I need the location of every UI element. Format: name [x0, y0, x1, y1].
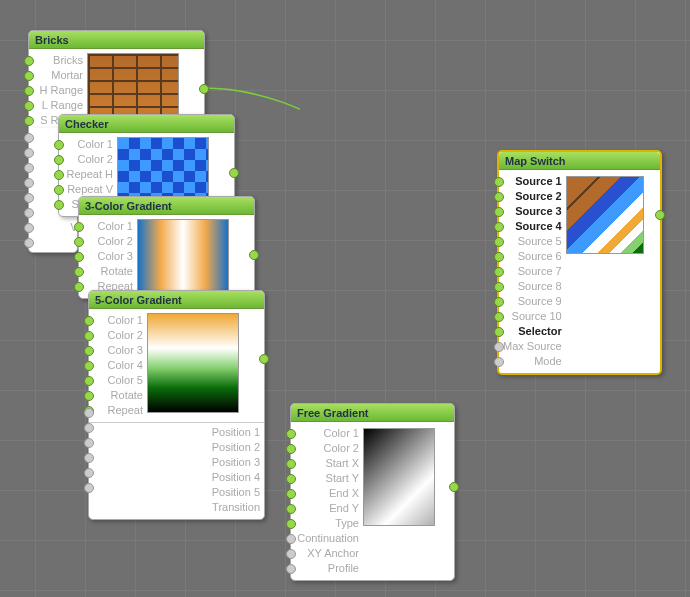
- input-port[interactable]: [54, 200, 64, 210]
- node-map-switch[interactable]: Map Switch Source 1 Source 2 Source 3 So…: [497, 150, 662, 375]
- input-labels: Color 1 Color 2 Color 3 Rotate Repeat: [79, 217, 137, 296]
- input-port[interactable]: [74, 252, 84, 262]
- input-port[interactable]: [24, 148, 34, 158]
- output-port[interactable]: [655, 210, 665, 220]
- input-port[interactable]: [494, 177, 504, 187]
- input-port[interactable]: [494, 267, 504, 277]
- input-port[interactable]: [24, 193, 34, 203]
- input-labels: Position 1 Position 2 Position 3 Positio…: [89, 423, 264, 519]
- input-port[interactable]: [24, 101, 34, 111]
- input-port[interactable]: [84, 408, 94, 418]
- input-port[interactable]: [24, 71, 34, 81]
- input-port[interactable]: [494, 282, 504, 292]
- input-port[interactable]: [24, 116, 34, 126]
- input-port[interactable]: [286, 564, 296, 574]
- input-port[interactable]: [74, 282, 84, 292]
- output-port[interactable]: [249, 250, 259, 260]
- input-port[interactable]: [286, 534, 296, 544]
- input-port[interactable]: [24, 56, 34, 66]
- input-port[interactable]: [84, 331, 94, 341]
- input-port[interactable]: [286, 519, 296, 529]
- input-port[interactable]: [84, 316, 94, 326]
- input-port[interactable]: [84, 483, 94, 493]
- node-5color-gradient[interactable]: 5-Color Gradient Color 1 Color 2 Color 3…: [88, 290, 265, 520]
- input-port[interactable]: [286, 504, 296, 514]
- node-title: 5-Color Gradient: [95, 294, 182, 306]
- input-port[interactable]: [54, 140, 64, 150]
- output-port[interactable]: [229, 168, 239, 178]
- input-port[interactable]: [286, 474, 296, 484]
- input-port[interactable]: [84, 453, 94, 463]
- input-port[interactable]: [494, 327, 504, 337]
- input-port[interactable]: [54, 185, 64, 195]
- node-header[interactable]: Checker: [59, 115, 234, 133]
- node-header[interactable]: 3-Color Gradient: [79, 197, 254, 215]
- node-title: Checker: [65, 118, 108, 130]
- input-port[interactable]: [54, 155, 64, 165]
- node-title: Bricks: [35, 34, 69, 46]
- input-port[interactable]: [286, 459, 296, 469]
- output-port[interactable]: [449, 482, 459, 492]
- input-port[interactable]: [24, 133, 34, 143]
- output-port[interactable]: [259, 354, 269, 364]
- output-port[interactable]: [199, 84, 209, 94]
- input-port[interactable]: [494, 207, 504, 217]
- input-labels: Color 1 Color 2 Color 3 Color 4 Color 5 …: [89, 311, 147, 420]
- input-port[interactable]: [54, 170, 64, 180]
- preview-mapswitch: [566, 176, 644, 254]
- input-port[interactable]: [24, 163, 34, 173]
- input-port[interactable]: [84, 391, 94, 401]
- input-labels: Source 1 Source 2 Source 3 Source 4 Sour…: [499, 172, 566, 371]
- input-port[interactable]: [494, 222, 504, 232]
- input-port[interactable]: [84, 376, 94, 386]
- input-port[interactable]: [494, 237, 504, 247]
- input-port[interactable]: [24, 208, 34, 218]
- input-port[interactable]: [494, 252, 504, 262]
- input-port[interactable]: [24, 178, 34, 188]
- node-header[interactable]: 5-Color Gradient: [89, 291, 264, 309]
- preview-gradient: [137, 219, 229, 291]
- node-header[interactable]: Free Gradient: [291, 404, 454, 422]
- input-port[interactable]: [84, 423, 94, 433]
- input-port[interactable]: [74, 222, 84, 232]
- node-3color-gradient[interactable]: 3-Color Gradient Color 1 Color 2 Color 3…: [78, 196, 255, 299]
- input-port[interactable]: [84, 468, 94, 478]
- node-title: Free Gradient: [297, 407, 369, 419]
- input-port[interactable]: [286, 549, 296, 559]
- input-port[interactable]: [74, 237, 84, 247]
- input-port[interactable]: [286, 429, 296, 439]
- input-labels: Color 1 Color 2 Start X Start Y End X En…: [291, 424, 363, 578]
- preview-gradient: [363, 428, 435, 526]
- node-header[interactable]: Map Switch: [499, 152, 660, 170]
- input-port[interactable]: [84, 361, 94, 371]
- input-port[interactable]: [24, 86, 34, 96]
- node-title: Map Switch: [505, 155, 566, 167]
- node-header[interactable]: Bricks: [29, 31, 204, 49]
- input-port[interactable]: [286, 489, 296, 499]
- input-port[interactable]: [84, 438, 94, 448]
- input-port[interactable]: [494, 342, 504, 352]
- input-port[interactable]: [74, 267, 84, 277]
- preview-gradient: [147, 313, 239, 413]
- input-port[interactable]: [494, 297, 504, 307]
- node-title: 3-Color Gradient: [85, 200, 172, 212]
- input-port[interactable]: [286, 444, 296, 454]
- input-port[interactable]: [494, 357, 504, 367]
- input-port[interactable]: [494, 192, 504, 202]
- input-port[interactable]: [24, 238, 34, 248]
- input-port[interactable]: [24, 223, 34, 233]
- input-port[interactable]: [84, 346, 94, 356]
- input-port[interactable]: [494, 312, 504, 322]
- node-free-gradient[interactable]: Free Gradient Color 1 Color 2 Start X St…: [290, 403, 455, 581]
